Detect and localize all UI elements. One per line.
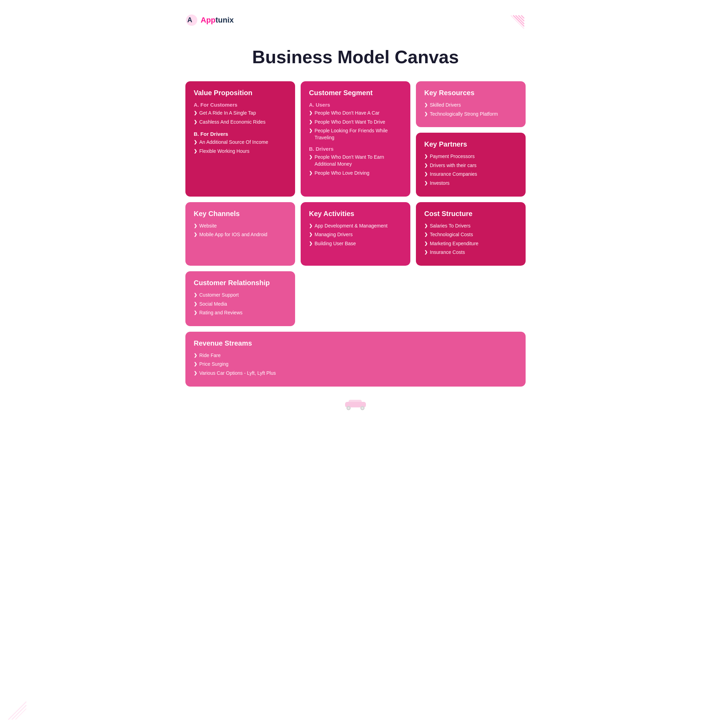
logo-text-a: App [201, 16, 215, 24]
key-channels-list: Website Mobile App for IOS and Android [194, 223, 287, 238]
list-item: Salaries To Drivers [424, 223, 517, 230]
customer-relationship-title: Customer Relationship [194, 279, 287, 287]
list-item: Skilled Drivers [424, 102, 517, 109]
key-activities-list: App Development & Management Managing Dr… [309, 223, 402, 247]
list-item: Technologically Strong Platform [424, 111, 517, 118]
top-right-decoration [501, 14, 526, 40]
svg-point-12 [361, 407, 363, 409]
card-key-partners: Key Partners Payment Processors Drivers … [416, 133, 526, 196]
key-partners-title: Key Partners [424, 140, 517, 148]
customer-segment-list-b: People Who Don't Want To Earn Additional… [309, 154, 402, 176]
svg-point-11 [348, 407, 350, 409]
list-item: Insurance Companies [424, 171, 517, 178]
key-partners-list: Payment Processors Drivers with their ca… [424, 153, 517, 186]
key-resources-title: Key Resources [424, 89, 517, 97]
list-item: Various Car Options - Lyft, Lyft Plus [194, 370, 517, 377]
bottom-area [185, 397, 526, 411]
svg-rect-8 [348, 400, 362, 405]
list-item: Customer Support [194, 292, 287, 299]
key-activities-title: Key Activities [309, 210, 402, 218]
list-item: Flexible Working Hours [194, 148, 287, 155]
value-proposition-list-b: An Additional Source Of Income Flexible … [194, 139, 287, 155]
card-key-channels: Key Channels Website Mobile App for IOS … [185, 202, 295, 266]
car-icon [342, 397, 369, 411]
card-cost-structure: Cost Structure Salaries To Drivers Techn… [416, 202, 526, 266]
card-key-resources: Key Resources Skilled Drivers Technologi… [416, 81, 526, 127]
list-item: App Development & Management [309, 223, 402, 230]
revenue-streams-list: Ride Fare Price Surging Various Car Opti… [194, 352, 517, 377]
logo-icon: A [185, 14, 198, 27]
list-item: People Who Don't Have A Car [309, 110, 402, 117]
list-item: Investors [424, 180, 517, 187]
logo-text: Apptunix [201, 16, 234, 25]
list-item: People Who Don't Want To Earn Additional… [309, 154, 402, 167]
card-value-proposition: Value Proposition A. For Customers Get A… [185, 81, 295, 196]
canvas-grid: Value Proposition A. For Customers Get A… [185, 81, 526, 387]
list-item: Building User Base [309, 240, 402, 247]
customer-segment-title: Customer Segment [309, 89, 402, 97]
list-item: Marketing Expenditure [424, 240, 517, 247]
svg-text:A: A [187, 16, 192, 24]
card-customer-segment: Customer Segment A. Users People Who Don… [301, 81, 410, 196]
list-item: An Additional Source Of Income [194, 139, 287, 146]
cost-structure-list: Salaries To Drivers Technological Costs … [424, 223, 517, 256]
card-key-activities: Key Activities App Development & Managem… [301, 202, 410, 266]
logo: A Apptunix [185, 14, 234, 27]
list-item: Get A Ride In A Single Tap [194, 110, 287, 117]
card-customer-relationship: Customer Relationship Customer Support S… [185, 271, 295, 326]
customer-segment-list-a: People Who Don't Have A Car People Who D… [309, 110, 402, 141]
list-item: Mobile App for IOS and Android [194, 231, 287, 238]
page-title: Business Model Canvas [185, 47, 526, 67]
customer-relationship-list: Customer Support Social Media Rating and… [194, 292, 287, 316]
value-proposition-list-a: Get A Ride In A Single Tap Cashless And … [194, 110, 287, 126]
list-item: Insurance Costs [424, 249, 517, 256]
list-item: People Who Don't Want To Drive [309, 119, 402, 126]
list-item: Website [194, 223, 287, 230]
key-channels-title: Key Channels [194, 210, 287, 218]
list-item: Price Surging [194, 361, 517, 368]
list-item: Cashless And Economic Rides [194, 119, 287, 126]
card-revenue-streams: Revenue Streams Ride Fare Price Surging … [185, 332, 526, 387]
list-item: Payment Processors [424, 153, 517, 160]
list-item: People Looking For Friends While Traveli… [309, 127, 402, 141]
key-resources-list: Skilled Drivers Technologically Strong P… [424, 102, 517, 117]
list-item: Social Media [194, 301, 287, 308]
list-item: Managing Drivers [309, 231, 402, 238]
value-proposition-section-a: A. For Customers [194, 102, 287, 108]
customer-segment-section-b: B. Drivers [309, 146, 402, 152]
list-item: Rating and Reviews [194, 310, 287, 316]
logo-text-b: tunix [215, 16, 234, 24]
value-proposition-section-b: B. For Drivers [194, 131, 287, 137]
list-item: Technological Costs [424, 231, 517, 238]
customer-segment-section-a: A. Users [309, 102, 402, 108]
value-proposition-title: Value Proposition [194, 89, 287, 97]
svg-line-3 [521, 16, 524, 18]
list-item: Drivers with their cars [424, 162, 517, 169]
cost-structure-title: Cost Structure [424, 210, 517, 218]
header: A Apptunix [185, 14, 526, 40]
list-item: People Who Love Driving [309, 170, 402, 177]
svg-line-2 [519, 16, 524, 21]
list-item: Ride Fare [194, 352, 517, 359]
revenue-streams-title: Revenue Streams [194, 339, 517, 347]
